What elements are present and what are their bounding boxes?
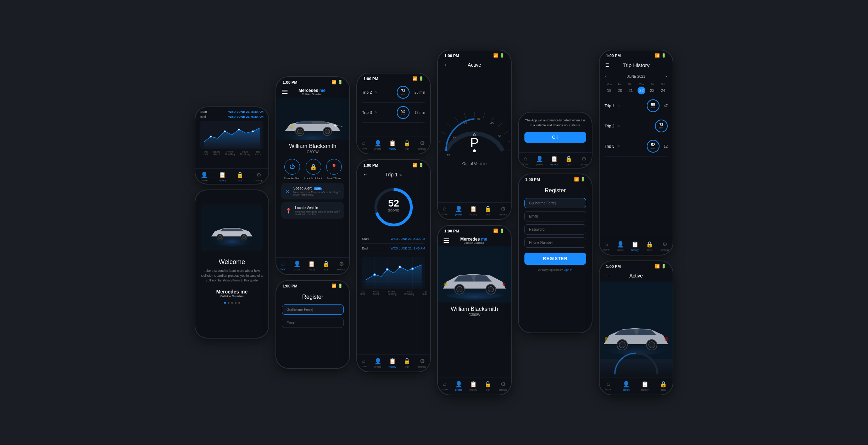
notif-history-label: history — [550, 163, 558, 166]
history-status-bar: 1:00 PM 📶 🔋 — [600, 50, 673, 59]
active-back-btn[interactable]: ← — [444, 62, 449, 68]
ab-nav-lock[interactable]: 🔒 lock — [660, 381, 667, 391]
hamburger-menu[interactable] — [282, 90, 288, 94]
hist-trip-3-left: Trip 3 ✎ — [605, 144, 620, 148]
td-nav-lock[interactable]: 🔒 lock — [404, 358, 411, 368]
ab-nav-profile[interactable]: 👤 profile — [623, 381, 630, 391]
home-logo-sub: Collision Guardian — [299, 93, 326, 95]
active-bottom-back-btn[interactable]: ← — [605, 273, 611, 279]
ok-button[interactable]: OK — [524, 132, 586, 143]
home2-user-model: C300W — [438, 313, 511, 317]
notif-nav-history[interactable]: 📋 history — [550, 155, 558, 166]
hist-trip-3-edit: ✎ — [617, 144, 620, 148]
hist-nav-lock[interactable]: 🔒 lock — [646, 241, 653, 251]
ab-nav-home[interactable]: ⌂ home — [605, 381, 612, 391]
trips-nav-lock[interactable]: 🔒 lock — [404, 140, 411, 150]
nav-lock[interactable]: 🔒 lock — [237, 171, 244, 182]
home2-nav-lock[interactable]: 🔒 lock — [484, 381, 491, 391]
end-label: End — [200, 115, 206, 119]
svg-point-35 — [399, 266, 401, 268]
trips-nav-profile[interactable]: 👤 profile — [374, 140, 382, 150]
hist-trip-2[interactable]: Trip 2 ✎ 73 score — [605, 116, 668, 136]
hist-trip-1[interactable]: Trip 1 ✎ 88 score 47 — [605, 96, 668, 116]
phone-register-full: 1:00 PM 📶 🔋 Register REGISTER Already re… — [518, 174, 592, 333]
td-nav-history[interactable]: 📋 history — [389, 358, 396, 368]
nav-settings-item[interactable]: ⚙ settings — [337, 260, 345, 271]
home2-hamburger[interactable] — [444, 238, 449, 243]
home2-nav-profile[interactable]: 👤 profile — [455, 381, 462, 391]
trip-item-3[interactable]: Trip 3 ✎ 52 score 12 min — [362, 103, 425, 123]
td-nav-home[interactable]: ⌂ home — [361, 358, 367, 368]
trips-nav-history[interactable]: 📋 history — [389, 140, 396, 150]
notif-nav-profile[interactable]: 👤 profile — [536, 155, 543, 166]
reg-full-email-input[interactable] — [524, 211, 586, 221]
active-nav-settings[interactable]: ⚙ settings — [499, 205, 507, 216]
active-bottom-nav: ⌂ home 👤 profile 📋 history 🔒 lock ⚙ — [438, 202, 511, 219]
trips-nav-settings[interactable]: ⚙ settings — [418, 140, 426, 150]
hist-trip-3[interactable]: Trip 3 ✎ 52 score 12 — [605, 136, 668, 156]
home2-nav-home[interactable]: ⌂ home — [441, 381, 448, 391]
nav-settings[interactable]: ⚙ settings — [255, 171, 263, 182]
notif-nav-home[interactable]: ⌂ home — [522, 155, 529, 166]
cal-day-24[interactable]: Sat 24 — [659, 83, 667, 94]
home2-nav-history[interactable]: 📋 history — [469, 381, 477, 391]
reg-full-phone-input[interactable] — [524, 237, 586, 248]
reg-full-password-input[interactable] — [524, 224, 586, 235]
svg-point-36 — [411, 268, 413, 270]
active-nav-history[interactable]: 📋 history — [469, 205, 477, 216]
ab-nav-history[interactable]: 📋 history — [641, 381, 649, 391]
cal-day-20[interactable]: Tue 20 — [616, 83, 624, 94]
remote-start-btn[interactable]: ⏻ Remote Start — [284, 159, 300, 180]
nav-home-active[interactable]: ⌂ home — [280, 260, 286, 271]
hist-nav-profile[interactable]: 👤 profile — [617, 241, 624, 251]
cal-day-21[interactable]: Wed 21 — [627, 83, 635, 94]
register-btn[interactable]: REGISTER — [524, 253, 586, 265]
trips-nav-home[interactable]: ⌂ home — [361, 140, 367, 150]
cal-prev-btn[interactable]: ‹ — [605, 74, 607, 79]
cal-day-name-20: Tue — [618, 83, 622, 86]
sign-in-link[interactable]: Sign In — [563, 268, 572, 271]
dots-indicator — [224, 302, 240, 304]
trip-item-2[interactable]: Trip 2 ✎ 73 score 23 min — [362, 82, 425, 103]
locate-vehicle-item[interactable]: 📍 Locate Vehicle Find your Mercedes Benz… — [281, 202, 344, 219]
active-nav-lock[interactable]: 🔒 lock — [484, 205, 491, 216]
reg-full-name-input[interactable] — [524, 198, 586, 208]
notif-nav-lock[interactable]: 🔒 lock — [565, 155, 572, 166]
nav-history-item[interactable]: 📋 history — [308, 260, 315, 271]
speed-alert-item[interactable]: ⊙ Speed Alert NEW Make sure your Mercede… — [281, 183, 344, 199]
nav-profile[interactable]: 👤 profile — [201, 171, 208, 182]
gauge-area: 25 35 45 55 65 73 P ⌂ Out of Vehicle — [438, 71, 511, 202]
nav-history-active[interactable]: 📋 history — [218, 171, 226, 182]
home2-lock-label: lock — [485, 389, 490, 391]
td-nav-settings[interactable]: ⚙ settings — [418, 358, 426, 368]
home2-home-icon: ⌂ — [443, 381, 446, 387]
active-nav-home[interactable]: ⌂ home — [441, 205, 448, 216]
settings-nav-label: settings — [337, 268, 345, 271]
td-gl-0: Tripalert — [360, 290, 365, 295]
cal-day-22[interactable]: Thu 22 — [638, 83, 645, 94]
nav-lock-item[interactable]: 🔒 lock — [323, 260, 330, 271]
remote-start-label: Remote Start — [284, 177, 300, 180]
history-menu-icon[interactable]: ☰ — [605, 63, 609, 68]
notif-nav-settings[interactable]: ⚙ settings — [579, 155, 588, 166]
trip-detail-time: 1:00 PM — [363, 163, 378, 167]
hist-lock-label: lock — [647, 249, 651, 251]
send2benz-btn[interactable]: 📍 Send2Benz — [326, 159, 342, 180]
cal-next-btn[interactable]: › — [666, 74, 667, 79]
register-name-input[interactable] — [282, 304, 344, 315]
hist-nav-home[interactable]: ⌂ home — [603, 241, 610, 251]
register-email-input[interactable] — [282, 318, 344, 328]
trip-detail-back-btn[interactable]: ← — [363, 171, 368, 178]
settings-nav-icon: ⚙ — [339, 260, 344, 267]
hist-nav-history[interactable]: 📋 history — [631, 241, 639, 251]
lock-unlock-btn[interactable]: 🔒 Lock & Unlock — [304, 159, 322, 180]
hist-nav-settings[interactable]: ⚙ settings — [660, 241, 669, 251]
home2-nav-settings[interactable]: ⚙ settings — [499, 381, 507, 391]
active-profile-icon: 👤 — [455, 205, 462, 212]
active-nav-profile[interactable]: 👤 profile — [455, 205, 462, 216]
cal-day-19[interactable]: Mon 19 — [605, 83, 613, 94]
td-nav-profile[interactable]: 👤 profile — [374, 358, 382, 368]
nav-profile-item[interactable]: 👤 profile — [294, 260, 301, 271]
nav-label-profile: profile — [201, 179, 208, 182]
cal-day-23[interactable]: Fri 23 — [648, 83, 656, 94]
